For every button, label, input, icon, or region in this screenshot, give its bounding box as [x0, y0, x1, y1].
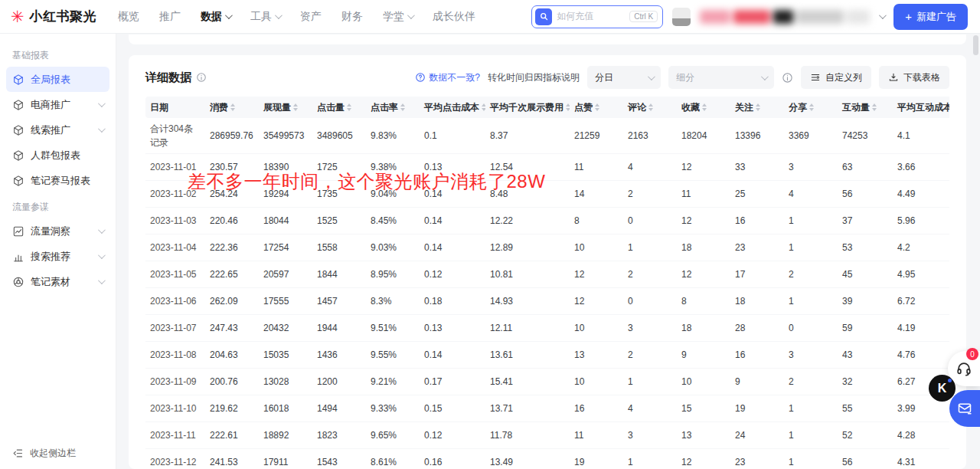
- new-ad-button[interactable]: + 新建广告: [893, 4, 968, 30]
- collapse-sidebar-button[interactable]: 收起侧边栏: [12, 447, 76, 460]
- column-header-8[interactable]: 评论: [623, 97, 677, 118]
- cell-2-13: 4.49: [893, 180, 949, 207]
- cell-6-8: 0: [623, 287, 677, 314]
- cell-7-9: 18: [677, 314, 730, 341]
- sort-icon[interactable]: [648, 103, 653, 111]
- search-input[interactable]: 如何充值 Ctrl K: [531, 5, 663, 28]
- account-name-redacted[interactable]: [700, 8, 870, 25]
- nav-item-6[interactable]: 学堂: [383, 10, 413, 24]
- sort-icon[interactable]: [702, 103, 707, 111]
- cell-9-1: 200.76: [205, 368, 259, 395]
- account-chevron-down-icon[interactable]: [879, 11, 887, 19]
- column-header-12[interactable]: 互动量: [838, 97, 893, 118]
- cell-12-9: 12: [677, 448, 730, 469]
- cell-1-8: 4: [623, 153, 677, 180]
- cell-3-5: 0.14: [420, 207, 485, 234]
- cell-12-4: 8.61%: [366, 448, 420, 469]
- column-header-7[interactable]: 点赞: [570, 97, 623, 118]
- column-header-4[interactable]: 点击率: [366, 97, 420, 118]
- column-header-9[interactable]: 收藏: [677, 97, 730, 118]
- column-header-1[interactable]: 消费: [205, 97, 259, 118]
- cell-6-0: 2023-11-06: [145, 287, 205, 314]
- collapse-icon: [12, 448, 24, 459]
- cell-8-0: 2023-11-08: [145, 341, 205, 368]
- info-icon[interactable]: [196, 72, 207, 83]
- column-header-13[interactable]: 平均互动成本: [893, 97, 949, 118]
- column-header-3[interactable]: 点击量: [312, 97, 366, 118]
- cell-4-13: 4.2: [893, 234, 949, 261]
- sort-icon[interactable]: [482, 103, 485, 111]
- sort-icon[interactable]: [400, 103, 405, 111]
- cell-5-7: 12: [570, 261, 623, 287]
- sidebar-item-0-0[interactable]: 全局报表: [6, 67, 109, 92]
- attribution-note: 转化时间归因指标说明: [488, 71, 580, 84]
- sidebar-item-label: 人群包报表: [31, 149, 80, 162]
- table-toolbar: 数据不一致? 转化时间归因指标说明 分日 细分 自定义列 下载表格: [415, 66, 949, 89]
- cell-7-2: 20432: [259, 314, 312, 341]
- cell-3-11: 1: [784, 207, 838, 234]
- detail-data-card: 详细数据 数据不一致? 转化时间归因指标说明 分日 细分 自定义列: [129, 55, 966, 469]
- cell-8-5: 0.14: [420, 341, 485, 368]
- data-inconsistent-link[interactable]: 数据不一致?: [415, 71, 480, 84]
- sort-icon[interactable]: [595, 103, 599, 111]
- k-assistant-button[interactable]: K: [929, 375, 956, 402]
- cell-4-3: 1558: [312, 234, 366, 261]
- cell-3-8: 0: [623, 207, 677, 234]
- segment-select[interactable]: 细分: [668, 66, 774, 89]
- cell-10-8: 4: [623, 395, 677, 421]
- cell-0-8: 2163: [623, 118, 677, 153]
- cell-4-4: 9.03%: [366, 234, 420, 261]
- sidebar-item-label: 笔记赛马报表: [31, 174, 90, 188]
- sort-icon[interactable]: [230, 103, 235, 111]
- sort-icon[interactable]: [872, 103, 877, 111]
- cell-8-11: 3: [784, 341, 838, 368]
- column-header-5[interactable]: 平均点击成本: [420, 97, 485, 118]
- table-row: 2023-11-10219.621601814949.33%0.1513.711…: [145, 395, 949, 421]
- table-row: 2023-11-05222.652059718448.95%0.1210.811…: [145, 261, 949, 287]
- cell-5-2: 20597: [259, 261, 312, 287]
- table-row: 2023-11-09200.761302812009.21%0.1715.411…: [145, 368, 949, 395]
- cell-3-3: 1525: [312, 207, 366, 234]
- page-scrollbar-thumb[interactable]: [973, 35, 978, 55]
- cell-8-1: 204.63: [205, 341, 259, 368]
- customize-columns-button[interactable]: 自定义列: [801, 66, 871, 89]
- cell-6-12: 39: [838, 287, 893, 314]
- sidebar: 基础报表全局报表电商推广线索推广人群包报表笔记赛马报表流量参谋流量洞察搜索推荐笔…: [0, 34, 116, 469]
- column-header-2[interactable]: 展现量: [259, 97, 312, 118]
- sort-icon[interactable]: [347, 103, 351, 111]
- nav-item-7[interactable]: 成长伙伴: [433, 10, 475, 24]
- cell-4-12: 53: [838, 234, 893, 261]
- nav-item-1[interactable]: 推广: [159, 10, 181, 24]
- cell-0-12: 74253: [838, 118, 893, 153]
- column-header-10[interactable]: 关注: [730, 97, 784, 118]
- nav-item-2[interactable]: 数据: [201, 10, 230, 24]
- sidebar-item-1-1[interactable]: 搜索推荐: [6, 244, 109, 269]
- cell-2-10: 25: [730, 180, 784, 207]
- column-header-11[interactable]: 分享: [784, 97, 838, 118]
- sort-icon[interactable]: [809, 103, 814, 111]
- cell-3-12: 37: [838, 207, 893, 234]
- cell-12-11: 1: [784, 448, 838, 469]
- sidebar-item-1-0[interactable]: 流量洞察: [6, 218, 109, 244]
- download-table-button[interactable]: 下载表格: [879, 66, 949, 89]
- nav-item-0[interactable]: 概览: [118, 10, 139, 24]
- nav-item-5[interactable]: 财务: [341, 10, 363, 24]
- sort-icon[interactable]: [566, 103, 570, 111]
- cell-9-2: 13028: [259, 368, 312, 395]
- nav-item-4[interactable]: 资产: [300, 10, 322, 24]
- sidebar-item-0-3[interactable]: 人群包报表: [6, 143, 109, 168]
- sort-icon[interactable]: [293, 103, 298, 111]
- granularity-select[interactable]: 分日: [587, 66, 661, 89]
- download-icon: [888, 72, 899, 83]
- nav-item-3[interactable]: 工具: [250, 10, 280, 24]
- feedback-mail-button[interactable]: [949, 390, 980, 427]
- avatar[interactable]: [672, 8, 691, 26]
- app-logo[interactable]: ✳ 小红书聚光: [0, 8, 118, 25]
- sidebar-item-0-4[interactable]: 笔记赛马报表: [6, 168, 109, 193]
- sidebar-item-1-2[interactable]: 笔记素材: [6, 269, 109, 294]
- segment-info-icon[interactable]: [782, 72, 793, 84]
- column-header-6[interactable]: 平均千次展示费用: [485, 97, 570, 118]
- sidebar-item-0-1[interactable]: 电商推广: [6, 92, 109, 117]
- sort-icon[interactable]: [756, 103, 760, 111]
- sidebar-item-0-2[interactable]: 线索推广: [6, 117, 109, 143]
